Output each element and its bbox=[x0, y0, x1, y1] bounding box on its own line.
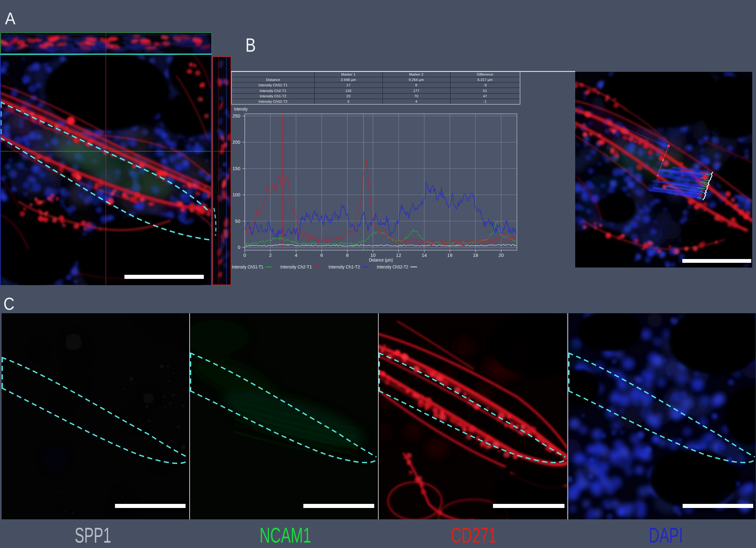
svg-text:8: 8 bbox=[346, 252, 348, 258]
svg-text:Intensity Ch1-T2: Intensity Ch1-T2 bbox=[329, 264, 360, 269]
svg-text:250: 250 bbox=[232, 113, 240, 118]
svg-text:200: 200 bbox=[232, 139, 240, 145]
svg-text:C: C bbox=[3, 294, 14, 314]
svg-text:Intensity ChS2-T2: Intensity ChS2-T2 bbox=[377, 264, 408, 269]
svg-text:20: 20 bbox=[499, 252, 504, 258]
svg-text:12: 12 bbox=[396, 252, 401, 258]
svg-text:Intensity Ch2-T1: Intensity Ch2-T1 bbox=[280, 264, 312, 269]
svg-text:0: 0 bbox=[243, 252, 246, 258]
svg-text:14: 14 bbox=[421, 252, 427, 258]
svg-text:Intensity ChS1-T1: Intensity ChS1-T1 bbox=[232, 264, 263, 269]
svg-text:18: 18 bbox=[473, 252, 478, 258]
svg-text:2: 2 bbox=[269, 252, 272, 258]
svg-text:CD271: CD271 bbox=[451, 523, 497, 547]
svg-text:NCAM1: NCAM1 bbox=[260, 523, 311, 547]
svg-text:50: 50 bbox=[235, 218, 240, 224]
svg-text:150: 150 bbox=[232, 166, 240, 171]
svg-text:Distance (µm): Distance (µm) bbox=[369, 257, 393, 262]
svg-text:4: 4 bbox=[295, 252, 297, 258]
svg-text:Intensity: Intensity bbox=[234, 106, 248, 111]
svg-text:100: 100 bbox=[232, 192, 240, 197]
svg-text:SPP1: SPP1 bbox=[75, 523, 111, 547]
svg-text:16: 16 bbox=[447, 252, 453, 258]
svg-text:DAPI: DAPI bbox=[649, 523, 683, 547]
svg-text:0: 0 bbox=[238, 244, 240, 250]
svg-text:A: A bbox=[5, 9, 16, 28]
svg-text:B: B bbox=[245, 34, 256, 56]
svg-text:6: 6 bbox=[320, 252, 323, 258]
